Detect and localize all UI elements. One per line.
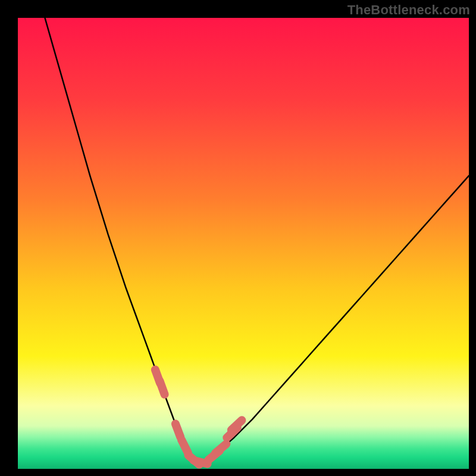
watermark-text: TheBottleneck.com <box>347 2 470 18</box>
bottleneck-chart <box>18 18 469 469</box>
highlight-dash <box>159 381 164 394</box>
chart-frame: TheBottleneck.com <box>0 0 476 476</box>
highlight-dash <box>176 424 180 437</box>
gradient-background <box>18 18 469 469</box>
highlight-dash <box>181 440 188 452</box>
